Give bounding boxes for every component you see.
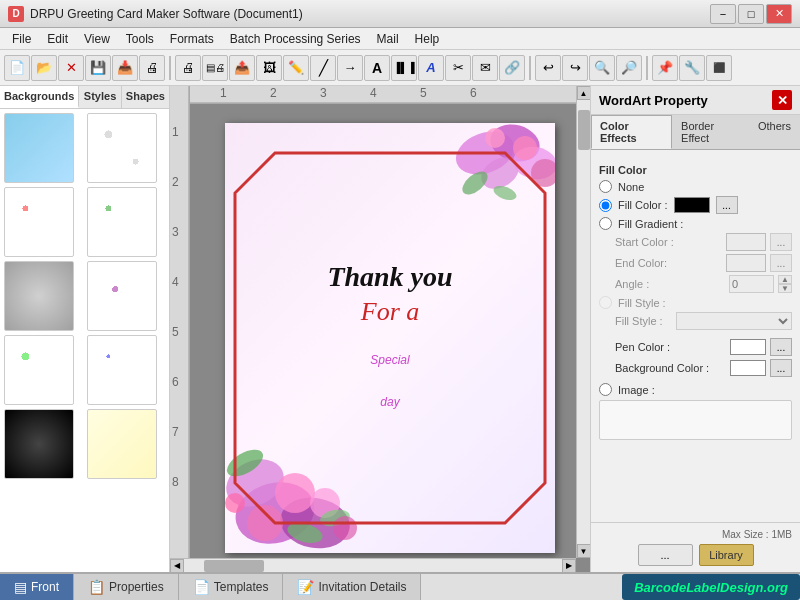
thumbnail-6[interactable] <box>87 261 157 331</box>
angle-up-button[interactable]: ▲ <box>778 275 792 284</box>
front-tab-icon: ▤ <box>14 579 27 595</box>
others-tab[interactable]: Others <box>749 115 800 149</box>
menu-item-formats[interactable]: Formats <box>162 30 222 48</box>
shape-button[interactable]: ✏️ <box>283 55 309 81</box>
scroll-up-button[interactable]: ▲ <box>577 86 591 100</box>
wordart-close-button[interactable]: ✕ <box>772 90 792 110</box>
line-button[interactable]: ╱ <box>310 55 336 81</box>
templates-tab[interactable]: 📄 Templates <box>179 574 284 600</box>
scroll-track-v[interactable] <box>577 100 590 544</box>
fill-style-radio[interactable] <box>599 296 612 309</box>
new-button[interactable]: 📄 <box>4 55 30 81</box>
thumbnail-9[interactable] <box>4 409 74 479</box>
bottom-buttons: ... Library <box>599 544 792 566</box>
thumbnail-4[interactable] <box>87 187 157 257</box>
scroll-right-button[interactable]: ▶ <box>562 559 576 573</box>
scroll-thumb-v[interactable] <box>578 110 590 150</box>
bg-color-swatch[interactable] <box>730 360 766 376</box>
menu-item-batch-processing-series[interactable]: Batch Processing Series <box>222 30 369 48</box>
thumbnail-7[interactable] <box>4 335 74 405</box>
invitation-tab-icon: 📝 <box>297 579 314 595</box>
tool2-button[interactable]: 🔧 <box>679 55 705 81</box>
close-file-button[interactable]: ✕ <box>58 55 84 81</box>
ruler-left: 1 2 3 4 5 6 7 8 <box>170 86 190 558</box>
menu-item-view[interactable]: View <box>76 30 118 48</box>
email-button[interactable]: ✉ <box>472 55 498 81</box>
save-as-button[interactable]: 📥 <box>112 55 138 81</box>
zoom-in-button[interactable]: 🔍 <box>589 55 615 81</box>
print-button[interactable]: 🖨 <box>139 55 165 81</box>
backgrounds-tab[interactable]: Backgrounds <box>0 86 79 108</box>
scroll-thumb-h[interactable] <box>204 560 264 572</box>
end-color-swatch[interactable] <box>726 254 766 272</box>
end-color-picker-button[interactable]: ... <box>770 254 792 272</box>
angle-input[interactable] <box>729 275 774 293</box>
barcode-button[interactable]: ▐▌▐ <box>391 55 417 81</box>
end-color-label: End Color: <box>615 257 722 269</box>
fill-style-radio-row: Fill Style : <box>599 296 792 309</box>
scroll-track-h[interactable] <box>184 559 562 572</box>
wordart-content: Fill Color None Fill Color : ... Fill Gr… <box>591 150 800 522</box>
close-button[interactable]: ✕ <box>766 4 792 24</box>
fill-gradient-radio[interactable] <box>599 217 612 230</box>
border-effect-tab[interactable]: Border Effect <box>672 115 749 149</box>
text-button[interactable]: A <box>364 55 390 81</box>
wordart-button[interactable]: A <box>418 55 444 81</box>
export-button[interactable]: 📤 <box>229 55 255 81</box>
menu-item-edit[interactable]: Edit <box>39 30 76 48</box>
fill-style-select[interactable] <box>676 312 792 330</box>
save-button[interactable]: 💾 <box>85 55 111 81</box>
image-button[interactable]: 🖼 <box>256 55 282 81</box>
open-button[interactable]: 📂 <box>31 55 57 81</box>
angle-down-button[interactable]: ▼ <box>778 284 792 293</box>
zoom-out-button[interactable]: 🔎 <box>616 55 642 81</box>
menu-item-tools[interactable]: Tools <box>118 30 162 48</box>
svg-text:6: 6 <box>470 86 477 100</box>
scroll-down-button[interactable]: ▼ <box>577 544 591 558</box>
dots-button[interactable]: ... <box>638 544 693 566</box>
bg-color-picker-button[interactable]: ... <box>770 359 792 377</box>
image-radio[interactable] <box>599 383 612 396</box>
link-button[interactable]: 🔗 <box>499 55 525 81</box>
svg-text:4: 4 <box>172 275 179 289</box>
front-tab[interactable]: ▤ Front <box>0 574 74 600</box>
pen-color-picker-button[interactable]: ... <box>770 338 792 356</box>
tool1-button[interactable]: 📌 <box>652 55 678 81</box>
thumbnail-3[interactable] <box>4 187 74 257</box>
invitation-details-tab[interactable]: 📝 Invitation Details <box>283 574 421 600</box>
styles-tab[interactable]: Styles <box>79 86 122 108</box>
start-color-picker-button[interactable]: ... <box>770 233 792 251</box>
undo-button[interactable]: ↩ <box>535 55 561 81</box>
fill-color-picker-button[interactable]: ... <box>716 196 738 214</box>
library-button[interactable]: Library <box>699 544 754 566</box>
thumbnail-10[interactable] <box>87 409 157 479</box>
fill-color-radio[interactable] <box>599 199 612 212</box>
redo-button[interactable]: ↪ <box>562 55 588 81</box>
thumbnail-8[interactable] <box>87 335 157 405</box>
thumbnail-1[interactable] <box>4 113 74 183</box>
thumbnail-2[interactable] <box>87 113 157 183</box>
maximize-button[interactable]: □ <box>738 4 764 24</box>
vertical-scrollbar[interactable]: ▲ ▼ <box>576 86 590 558</box>
print3-button[interactable]: ▤🖨 <box>202 55 228 81</box>
fill-color-swatch[interactable] <box>674 197 710 213</box>
pen-color-swatch[interactable] <box>730 339 766 355</box>
end-color-row: End Color: ... <box>599 254 792 272</box>
thumbnail-5[interactable] <box>4 261 74 331</box>
menu-item-mail[interactable]: Mail <box>369 30 407 48</box>
color-effects-tab[interactable]: Color Effects <box>591 115 672 149</box>
none-radio[interactable] <box>599 180 612 193</box>
horizontal-scrollbar[interactable]: ◀ ▶ <box>170 558 576 572</box>
menu-item-help[interactable]: Help <box>407 30 448 48</box>
minimize-button[interactable]: − <box>710 4 736 24</box>
arrow-button[interactable]: → <box>337 55 363 81</box>
clip-button[interactable]: ✂ <box>445 55 471 81</box>
svg-text:3: 3 <box>320 86 327 100</box>
print2-button[interactable]: 🖨 <box>175 55 201 81</box>
scroll-left-button[interactable]: ◀ <box>170 559 184 573</box>
shapes-tab[interactable]: Shapes <box>122 86 169 108</box>
menu-item-file[interactable]: File <box>4 30 39 48</box>
start-color-swatch[interactable] <box>726 233 766 251</box>
tool3-button[interactable]: ⬛ <box>706 55 732 81</box>
properties-tab[interactable]: 📋 Properties <box>74 574 179 600</box>
